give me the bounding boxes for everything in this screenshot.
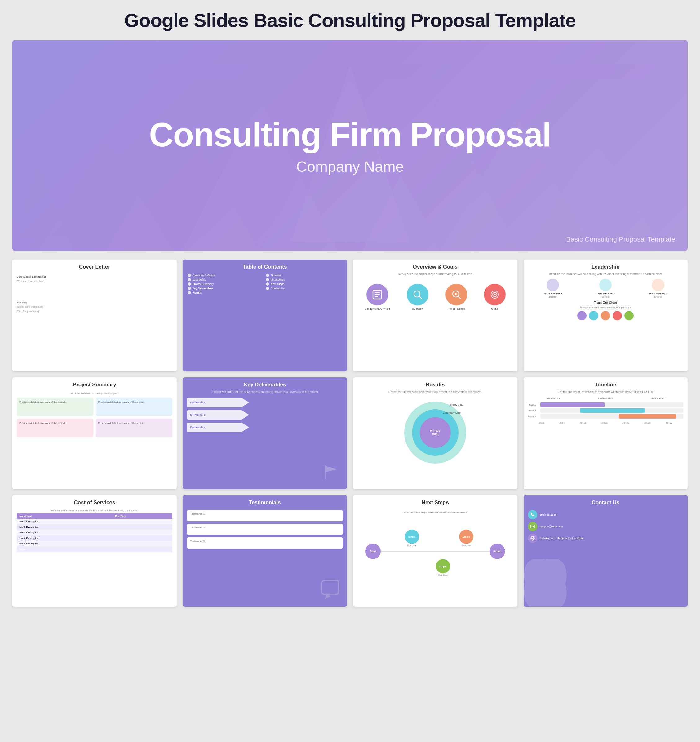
thumb-overview[interactable]: Overview & Goals Clearly state the proje… <box>353 259 518 371</box>
thumb-project-summary[interactable]: Project Summary Provide a detailed summa… <box>12 377 177 489</box>
leaf-icon <box>524 559 570 607</box>
hero-subtitle: Company Name <box>149 158 551 175</box>
phone-icon <box>528 510 537 520</box>
thumb-deliverables[interactable]: Key Deliverables In prioritized order, l… <box>183 377 347 489</box>
svg-rect-28 <box>531 525 535 528</box>
testimonials-content: Testimonial 1 Testimonial 2 Testimonial … <box>183 508 347 551</box>
thumb-subtitle-results: Reflect the project goals and results yo… <box>353 390 518 395</box>
overview-icon-overview: Overview <box>407 284 428 311</box>
member-1: Team Member 1 Director <box>543 279 562 298</box>
testimonial-1: Testimonial 1 <box>187 510 343 521</box>
project-summary-content: Provide a detailed summary of the projec… <box>12 390 177 439</box>
thumb-subtitle-overview: Clearly state the project scope and ulti… <box>353 272 518 278</box>
thumb-title-cover-letter: Cover Letter <box>12 259 177 272</box>
member-3: Team Member 3 Director <box>649 279 668 298</box>
thumb-toc[interactable]: Table of Contents Overview & Goals Leade… <box>183 259 347 371</box>
timeline-content: Deliverable 1 Deliverable 2 Deliverable … <box>524 395 688 426</box>
svg-marker-25 <box>325 595 331 599</box>
thumb-title-results: Results <box>353 377 518 390</box>
testimonial-3: Testimonial 3 <box>187 537 343 549</box>
thumb-testimonials[interactable]: Testimonials Testimonial 1 Testimonial 2… <box>183 495 347 607</box>
svg-rect-22 <box>325 465 325 479</box>
thumb-timeline[interactable]: Timeline Plot the phases of the project … <box>524 377 688 489</box>
hero-content: Consulting Firm Proposal Company Name <box>149 116 551 175</box>
thumb-cover-letter[interactable]: Cover Letter Dear [Client, First Name] [… <box>12 259 177 371</box>
contact-phone: 555.555.5555 <box>528 510 684 520</box>
thumb-title-testimonials: Testimonials <box>183 495 347 508</box>
svg-point-17 <box>455 293 457 295</box>
thumb-title-project-summary: Project Summary <box>12 377 177 390</box>
thumb-title-leadership: Leadership <box>524 259 688 272</box>
flag-icon <box>322 463 341 483</box>
page-title: Google Slides Basic Consulting Proposal … <box>12 9 688 31</box>
thumb-title-contact: Contact Us <box>524 495 688 508</box>
member-2: Team Member 2 Director <box>596 279 615 298</box>
overview-icon-background: Background/Context <box>365 284 390 311</box>
email-icon <box>528 522 537 531</box>
contact-content: 555.555.5555 support@web.com website.com… <box>524 508 688 545</box>
svg-line-18 <box>458 296 460 299</box>
hero-title: Consulting Firm Proposal <box>149 116 551 153</box>
thumb-leadership[interactable]: Leadership Introduce the team that will … <box>524 259 688 371</box>
overview-icon-scope: Project Scope <box>446 284 467 311</box>
contact-social: website.com / Facebook / Instagram <box>528 534 684 543</box>
thumb-title-overview: Overview & Goals <box>353 259 518 272</box>
svg-point-21 <box>494 294 496 296</box>
thumb-subtitle-deliverables: In prioritized order, list the deliverab… <box>183 390 347 395</box>
thumb-cost[interactable]: Cost of Services Break out each expense … <box>12 495 177 607</box>
thumbnails-grid: Cover Letter Dear [Client, First Name] [… <box>12 259 688 607</box>
deliverables-content: Deliverable Deliverable Deliverable <box>183 395 347 434</box>
thumb-title-toc: Table of Contents <box>183 259 347 272</box>
thumb-title-deliverables: Key Deliverables <box>183 377 347 390</box>
testimonial-2: Testimonial 2 <box>187 524 343 535</box>
contact-email: support@web.com <box>528 522 684 531</box>
thumb-subtitle-leadership: Introduce the team that will be working … <box>524 272 688 278</box>
toc-content: Overview & Goals Leadership Project Summ… <box>183 272 347 297</box>
thumb-title-cost: Cost of Services <box>12 495 177 508</box>
overview-icons: Background/Context Overview Project Scop… <box>353 278 518 314</box>
thumb-subtitle-timeline: Plot the phases of the project and highl… <box>524 390 688 395</box>
speech-bubble-icon <box>320 579 342 602</box>
svg-marker-23 <box>325 466 338 472</box>
page-wrapper: Google Slides Basic Consulting Proposal … <box>0 0 700 619</box>
cover-letter-body: Dear [Client, First Name] [Write your co… <box>12 272 177 317</box>
thumb-contact[interactable]: Contact Us 555.555.5555 <box>524 495 688 607</box>
thumb-title-next-steps: Next Steps <box>353 495 518 508</box>
cost-content: Break out each expense on a separate lin… <box>12 508 177 554</box>
overview-icon-goals: Goals <box>484 284 506 311</box>
web-icon <box>528 534 537 543</box>
svg-line-15 <box>419 296 422 299</box>
thumb-results[interactable]: Results Reflect the project goals and re… <box>353 377 518 489</box>
next-steps-content: List out the next steps and the due date… <box>353 508 518 585</box>
hero-slide: Consulting Firm Proposal Company Name Ba… <box>12 40 688 251</box>
thumb-title-timeline: Timeline <box>524 377 688 390</box>
svg-rect-24 <box>322 580 339 595</box>
results-content: PrimaryGoal Tertiary Goal Secondary Goal <box>353 395 518 470</box>
thumb-next-steps[interactable]: Next Steps List out the next steps and t… <box>353 495 518 607</box>
leadership-content: Team Member 1 Director Team Member 2 Dir… <box>524 278 688 321</box>
hero-footer: Basic Consulting Proposal Template <box>566 236 675 243</box>
